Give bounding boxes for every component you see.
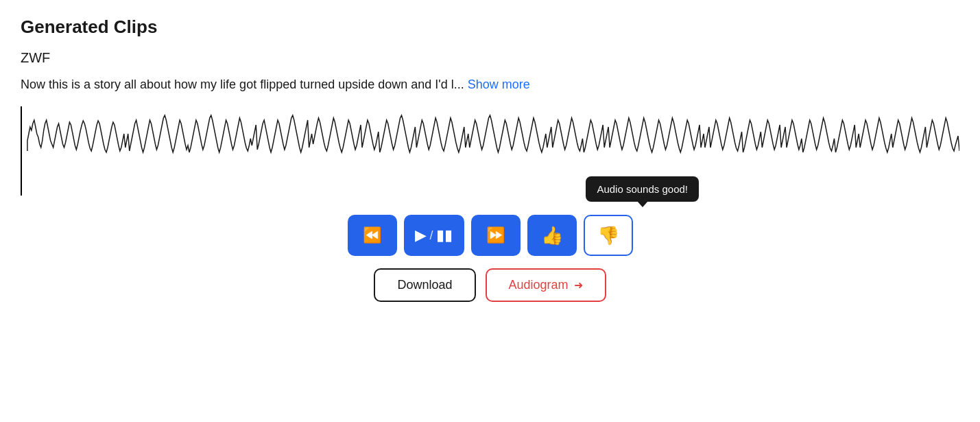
waveform-visualization: waveform bars [21, 110, 959, 192]
page-title: Generated Clips [21, 16, 959, 38]
play-pause-button[interactable]: ▶ / ▮▮ [404, 215, 464, 256]
fast-forward-button[interactable]: ⏩ [471, 215, 521, 256]
clip-text-content: Now this is a story all about how my lif… [21, 78, 464, 91]
clip-text: Now this is a story all about how my lif… [21, 75, 959, 94]
action-buttons: Download Audiogram ➜ [374, 268, 606, 302]
audiogram-button[interactable]: Audiogram ➜ [486, 268, 606, 302]
rewind-button[interactable]: ⏪ [348, 215, 397, 256]
audiogram-arrow-icon: ➜ [574, 279, 583, 292]
pause-icon: ▮▮ [436, 226, 453, 244]
show-more-link[interactable]: Show more [468, 78, 530, 91]
audiogram-label: Audiogram [509, 278, 569, 292]
waveform-playhead [21, 106, 22, 196]
tooltip-audio-good: Audio sounds good! [586, 176, 699, 202]
tooltip-text: Audio sounds good! [597, 183, 688, 195]
pause-divider: / [429, 228, 433, 243]
thumbs-down-button[interactable]: 👎 [584, 215, 633, 256]
thumbs-down-icon: 👎 [597, 225, 619, 246]
fast-forward-icon: ⏩ [486, 226, 505, 244]
controls-section: Audio sounds good! ⏪ ▶ / ▮▮ ⏩ 👍 👎 Downlo… [21, 215, 959, 302]
rewind-icon: ⏪ [363, 226, 381, 244]
thumbs-up-icon: 👍 [541, 225, 563, 246]
play-icon: ▶ [415, 226, 427, 244]
waveform-container: waveform bars [21, 106, 959, 196]
playback-buttons: ⏪ ▶ / ▮▮ ⏩ 👍 👎 [348, 215, 633, 256]
thumbs-up-button[interactable]: 👍 [527, 215, 577, 256]
download-button[interactable]: Download [374, 268, 475, 302]
clip-label: ZWF [21, 50, 959, 66]
